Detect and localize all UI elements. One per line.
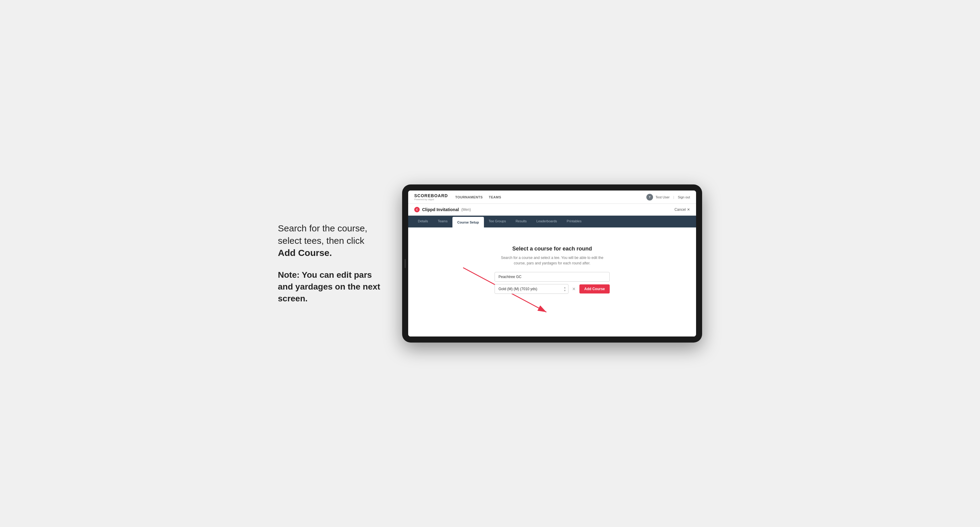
tab-course-setup[interactable]: Course Setup xyxy=(452,217,484,227)
tournament-icon: C xyxy=(414,207,420,212)
user-avatar: T xyxy=(646,194,653,200)
logo-subtitle: Powered by clippd xyxy=(414,198,448,201)
content-area: Select a course for each round Search fo… xyxy=(408,227,696,337)
logo-area: SCOREBOARD Powered by clippd xyxy=(414,193,448,201)
tab-tee-groups[interactable]: Tee Groups xyxy=(484,216,511,227)
pipe-divider: | xyxy=(673,195,674,199)
tee-selector-row: Gold (M) (M) (7010 yds) ▲ ▼ ✕ Add Course xyxy=(495,284,610,294)
logo-title: SCOREBOARD xyxy=(414,193,448,198)
nav-right: T Test User | Sign out xyxy=(646,194,690,200)
tab-leaderboards[interactable]: Leaderboards xyxy=(531,216,562,227)
instruction-text: Search for the course, select tees, then… xyxy=(278,222,384,259)
course-search-input[interactable] xyxy=(495,272,610,282)
instruction-panel: Search for the course, select tees, then… xyxy=(278,222,384,305)
nav-tournaments[interactable]: TOURNAMENTS xyxy=(455,195,483,199)
tablet-frame: SCOREBOARD Powered by clippd TOURNAMENTS… xyxy=(402,184,702,343)
cancel-button[interactable]: Cancel ✕ xyxy=(675,208,690,212)
clear-tee-button[interactable]: ✕ xyxy=(571,285,577,292)
tab-bar: Details Teams Course Setup Tee Groups Re… xyxy=(408,216,696,227)
tab-printables[interactable]: Printables xyxy=(562,216,586,227)
power-button xyxy=(404,259,406,268)
tournament-header: C Clippd Invitational (Men) Cancel ✕ xyxy=(408,204,696,216)
sign-out-link[interactable]: Sign out xyxy=(678,195,690,199)
tab-teams[interactable]: Teams xyxy=(433,216,452,227)
content-description: Search for a course and select a tee. Yo… xyxy=(495,255,610,266)
nav-links: TOURNAMENTS TEAMS xyxy=(455,195,646,199)
page-wrapper: Search for the course, select tees, then… xyxy=(278,184,702,343)
top-nav: SCOREBOARD Powered by clippd TOURNAMENTS… xyxy=(408,190,696,204)
course-setup-content: Select a course for each round Search fo… xyxy=(495,246,610,294)
tablet-screen: SCOREBOARD Powered by clippd TOURNAMENTS… xyxy=(408,190,696,337)
tee-select-wrapper: Gold (M) (M) (7010 yds) ▲ ▼ xyxy=(495,284,568,294)
tab-results[interactable]: Results xyxy=(511,216,531,227)
content-title: Select a course for each round xyxy=(495,246,610,252)
tab-details[interactable]: Details xyxy=(413,216,433,227)
instruction-note: Note: You can edit pars and yardages on … xyxy=(278,269,384,305)
nav-teams[interactable]: TEAMS xyxy=(489,195,501,199)
tournament-title-area: C Clippd Invitational (Men) xyxy=(414,207,471,212)
tee-select[interactable]: Gold (M) (M) (7010 yds) xyxy=(495,284,568,294)
tournament-gender: (Men) xyxy=(461,208,471,212)
tournament-name: Clippd Invitational xyxy=(422,207,459,212)
user-name: Test User xyxy=(655,195,670,199)
add-course-button[interactable]: Add Course xyxy=(579,284,610,294)
